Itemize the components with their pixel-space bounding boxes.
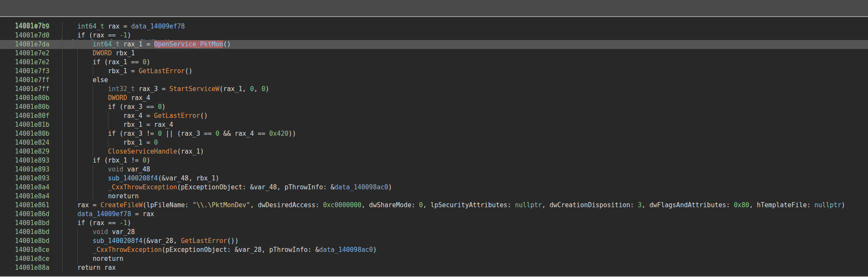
code-body[interactable]: 14001e7c9int64_t rax = data_14009ef78140… bbox=[0, 18, 868, 276]
line-address[interactable]: 14001e8bd bbox=[15, 228, 49, 237]
token-code[interactable]: sub_1400208f4 bbox=[93, 237, 142, 245]
line-address[interactable]: 14001e8ce bbox=[15, 254, 49, 263]
token-def[interactable]: ) bbox=[265, 85, 269, 93]
code-line[interactable]: 14001e7d0if (rax == -1) bbox=[0, 31, 868, 40]
line-address[interactable]: 14001e80b bbox=[15, 94, 49, 103]
line-address[interactable]: 14001e829 bbox=[15, 147, 49, 156]
line-address[interactable]: 14001e824 bbox=[15, 138, 49, 147]
token-def[interactable]: , hTemplateFile: bbox=[749, 201, 814, 209]
token-def[interactable]: ) bbox=[146, 157, 150, 164]
token-num[interactable]: 3 bbox=[638, 201, 642, 209]
code-line[interactable]: 14001e86ddata_14009ef78 = rax bbox=[0, 210, 868, 219]
token-def[interactable]: , dwCreationDisposition: bbox=[542, 201, 638, 209]
code-line-current[interactable]: 14001e7daint64_t rax_1 = OpenService_Pkt… bbox=[0, 40, 868, 49]
token-code[interactable]: sub_1400208f4 bbox=[108, 174, 158, 182]
token-def[interactable]: ) bbox=[146, 58, 150, 66]
token-def[interactable]: rax = bbox=[77, 201, 100, 209]
code-line[interactable]: 14001e824rbx_1 = 0 bbox=[0, 138, 868, 147]
token-str[interactable]: "\\.\PktMonDev" bbox=[193, 201, 250, 209]
token-def[interactable]: var_48 bbox=[123, 166, 150, 173]
token-def[interactable]: rax_1 = bbox=[119, 40, 154, 48]
token-def[interactable]: , lpSecurityAttributes: bbox=[423, 201, 515, 209]
token-def[interactable]: ) bbox=[841, 201, 845, 209]
token-def[interactable]: noreturn bbox=[108, 192, 139, 200]
token-def[interactable]: rbx_1 bbox=[112, 49, 135, 57]
token-num[interactable]: 0 bbox=[419, 201, 423, 209]
token-imp[interactable]: StartServiceW bbox=[170, 85, 219, 93]
line-address[interactable]: 14001e861 bbox=[15, 201, 49, 210]
line-address[interactable]: 14001e7da bbox=[15, 40, 49, 49]
code-line[interactable]: 14001e8a4noreturn bbox=[0, 192, 868, 201]
token-dim[interactable]: void bbox=[93, 228, 108, 236]
code-line[interactable]: 14001e80frax_4 = GetLastError() bbox=[0, 111, 868, 120]
token-type[interactable]: int64_t bbox=[93, 40, 119, 48]
line-address[interactable]: 14001e7ff bbox=[15, 85, 49, 94]
token-def[interactable]: if (rbx_1 != bbox=[93, 157, 142, 164]
token-def[interactable]: if (rax_1 == bbox=[93, 58, 142, 66]
code-line[interactable]: 14001e7e2DWORD rbx_1 bbox=[0, 49, 868, 58]
token-def[interactable]: rbx_1 = bbox=[108, 67, 139, 75]
token-hl[interactable]: OpenService_PktMon bbox=[154, 40, 224, 48]
token-def[interactable]: else bbox=[93, 76, 108, 84]
token-data[interactable]: data_14009ef78 bbox=[131, 23, 184, 30]
line-address[interactable]: 14001e80b bbox=[15, 129, 49, 138]
token-def[interactable]: ) bbox=[127, 31, 131, 39]
line-address[interactable]: 14001e8bd bbox=[15, 237, 49, 246]
token-def[interactable]: ) bbox=[373, 246, 377, 254]
code-line[interactable]: 14001e88areturn rax bbox=[0, 263, 868, 272]
token-data[interactable]: data_14009ef78 bbox=[77, 210, 131, 218]
token-def[interactable]: ()) bbox=[227, 237, 238, 245]
token-def[interactable]: (&var_48, rbx_1) bbox=[158, 174, 219, 182]
token-def[interactable]: () bbox=[200, 112, 208, 120]
token-data[interactable]: data_140098ac0 bbox=[319, 246, 373, 254]
token-def[interactable]: (pExceptionObject: &var_48, pThrowInfo: … bbox=[177, 183, 335, 191]
token-data[interactable]: data_140098ac0 bbox=[335, 183, 388, 191]
token-num[interactable]: 0xc0000000 bbox=[323, 201, 361, 209]
line-address[interactable]: 14001e893 bbox=[15, 156, 49, 165]
code-line[interactable]: 14001e8bdsub_1400208f4(&var_28, GetLastE… bbox=[0, 237, 868, 246]
token-def[interactable]: )) bbox=[288, 130, 296, 137]
line-address[interactable]: 14001e7e2 bbox=[15, 58, 49, 67]
code-line[interactable]: 14001e7ffelse bbox=[0, 76, 868, 85]
code-line[interactable]: 14001e80bDWORD rax_4 bbox=[0, 94, 868, 103]
token-def[interactable]: rbx_1 = bbox=[123, 139, 154, 146]
line-address[interactable]: 14001e7c9 bbox=[15, 22, 49, 31]
line-address[interactable]: 14001e86d bbox=[15, 210, 49, 219]
token-type[interactable]: nullptr bbox=[814, 201, 841, 209]
code-line[interactable]: 14001e893void var_48 bbox=[0, 165, 868, 174]
code-line[interactable]: 14001e7c9int64_t rax = data_14009ef78 bbox=[0, 22, 868, 31]
line-address[interactable]: 14001e81b bbox=[15, 120, 49, 129]
token-def[interactable]: = rax bbox=[131, 210, 154, 218]
token-def[interactable]: (lpFileName: bbox=[143, 201, 193, 209]
line-address[interactable]: 14001e8ce bbox=[15, 246, 49, 254]
line-address[interactable]: 14001e7f3 bbox=[15, 67, 49, 76]
token-def[interactable]: ) bbox=[162, 103, 165, 111]
code-line[interactable]: 14001e81brbx_1 = rax_4 bbox=[0, 120, 868, 129]
token-def[interactable]: () bbox=[223, 40, 231, 48]
token-num[interactable]: 0x80 bbox=[734, 201, 749, 209]
token-num[interactable]: 0 bbox=[250, 85, 254, 93]
token-def[interactable]: rbx_1 = rax_4 bbox=[123, 121, 173, 129]
token-imp[interactable]: GetLastError bbox=[181, 237, 227, 245]
token-def[interactable]: rax = bbox=[104, 23, 131, 30]
line-address[interactable]: 14001e8a4 bbox=[15, 183, 49, 192]
token-imp[interactable]: DWORD bbox=[108, 94, 127, 102]
token-def[interactable]: , dwFlagsAndAttributes: bbox=[642, 201, 734, 209]
code-line[interactable]: 14001e8ce_CxxThrowException(pExceptionOb… bbox=[0, 246, 868, 254]
code-line[interactable]: 14001e7f3rbx_1 = GetLastError() bbox=[0, 67, 868, 76]
line-address[interactable]: 14001e893 bbox=[15, 165, 49, 174]
token-type[interactable]: nullptr bbox=[515, 201, 542, 209]
code-line[interactable]: 14001e8cenoreturn bbox=[0, 254, 868, 263]
line-address[interactable]: 14001e80f bbox=[15, 111, 49, 120]
code-line[interactable]: 14001e8bdvoid var_28 bbox=[0, 228, 868, 237]
token-def[interactable]: if (rax == bbox=[77, 219, 119, 227]
line-address[interactable]: 14001e80b bbox=[15, 103, 49, 111]
token-num[interactable]: 0 bbox=[154, 139, 158, 146]
token-num[interactable]: -1 bbox=[119, 31, 127, 39]
token-def[interactable]: rax_4 bbox=[127, 94, 150, 102]
code-line[interactable]: 14001e861rax = CreateFileW(lpFileName: "… bbox=[0, 201, 868, 210]
token-def[interactable]: noreturn bbox=[93, 255, 123, 263]
token-def[interactable]: var_28 bbox=[108, 228, 135, 236]
code-line[interactable]: 14001e829CloseServiceHandle(rax_1) bbox=[0, 147, 868, 156]
token-def[interactable]: if (rax_3 == bbox=[108, 103, 158, 111]
